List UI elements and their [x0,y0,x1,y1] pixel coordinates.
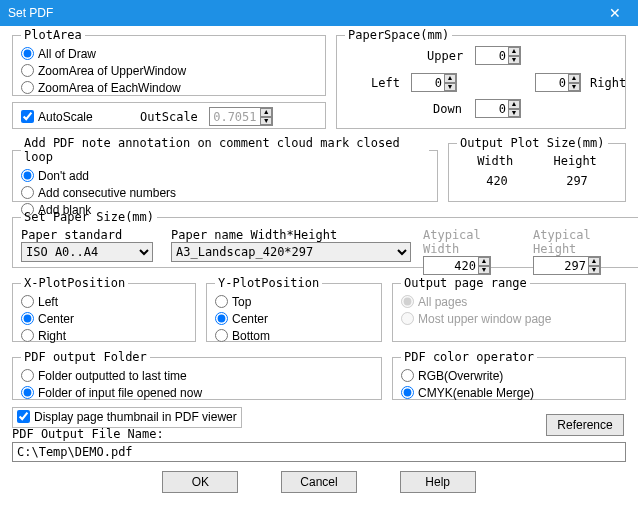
atyp-width-field[interactable]: ▲▼ [423,256,491,275]
opw-value: 420 [486,174,508,188]
ps-down-field[interactable]: ▲▼ [475,99,521,118]
ps-upper-label: Upper [427,49,463,63]
set-paper-legend: Set Paper Size(mm) [21,210,157,224]
plotarea-legend: PlotArea [21,28,85,42]
output-plot-group: Output Plot Size(mm) Width Height 420 29… [448,136,626,202]
plotarea-upper[interactable]: ZoomArea of UpperWindow [21,63,317,80]
output-file-field[interactable] [12,442,626,462]
ps-down-label: Down [433,102,462,116]
atyp-width-label: Atypical Width [423,228,523,256]
autoscale-check[interactable]: AutoScale [21,109,93,126]
oph-label: Height [554,154,597,168]
note-consec[interactable]: Add consecutive numbers [21,185,429,202]
note-anno-group: Add PDF note annotation on comment cloud… [12,136,438,202]
outscale-field[interactable]: ▲▼ [209,107,273,126]
outfolder-group: PDF output Folder Folder outputted to la… [12,350,382,400]
chevron-down-icon[interactable]: ▼ [260,117,272,126]
cancel-button[interactable]: Cancel [281,471,357,493]
atyp-height-label: Atypical Height [533,228,633,256]
opw-label: Width [477,154,513,168]
paperspace-group: PaperSpace(mm) Upper ▲▼ Left ▲▼ ▲▼ Right… [336,28,626,129]
ps-right-label: Right [590,76,626,90]
outscale-label: OutScale [140,110,198,124]
paper-name-combo[interactable]: A3_Landscap_420*297 [171,242,411,262]
xpos-legend: X-PlotPosition [21,276,128,290]
xpos-right[interactable]: Right [21,328,187,345]
pagerange-all: All pages [401,294,617,311]
paper-name-label: Paper name Width*Height [171,228,413,242]
outfolder-last[interactable]: Folder outputted to last time [21,368,373,385]
plotarea-group: PlotArea All of Draw ZoomArea of UpperWi… [12,28,326,96]
ypos-group: Y-PlotPosition Top Center Bottom [206,276,382,342]
output-plot-legend: Output Plot Size(mm) [457,136,608,150]
autoscale-group: AutoScale OutScale ▲▼ [12,102,326,129]
ps-left-field[interactable]: ▲▼ [411,73,457,92]
title-bar: Set PDF ✕ [0,0,638,26]
thumb-box: Display page thumbnail in PDF viewer [12,407,242,428]
colorop-rgb[interactable]: RGB(Overwrite) [401,368,617,385]
ypos-center[interactable]: Center [215,311,373,328]
paper-std-combo[interactable]: ISO A0..A4 [21,242,153,262]
help-button[interactable]: Help [400,471,476,493]
pagerange-group: Output page range All pages Most upper w… [392,276,626,342]
thumbnail-check[interactable]: Display page thumbnail in PDF viewer [17,409,237,426]
oph-value: 297 [566,174,588,188]
set-paper-group: Set Paper Size(mm) Paper standard ISO A0… [12,210,638,268]
colorop-group: PDF color operator RGB(Overwrite) CMYK(e… [392,350,626,400]
ps-upper-field[interactable]: ▲▼ [475,46,521,65]
outfolder-input[interactable]: Folder of input file opened now [21,385,373,402]
output-file-label: PDF Output File Name: [12,427,164,441]
pagerange-upper: Most upper window page [401,311,617,328]
xpos-center[interactable]: Center [21,311,187,328]
paperspace-legend: PaperSpace(mm) [345,28,452,42]
ypos-legend: Y-PlotPosition [215,276,322,290]
xpos-group: X-PlotPosition Left Center Right [12,276,196,342]
note-anno-legend: Add PDF note annotation on comment cloud… [21,136,429,164]
ypos-top[interactable]: Top [215,294,373,311]
reference-button[interactable]: Reference [546,414,624,436]
window-title: Set PDF [8,6,53,20]
outfolder-legend: PDF output Folder [21,350,150,364]
close-icon[interactable]: ✕ [596,0,634,26]
chevron-up-icon[interactable]: ▲ [260,108,272,117]
note-dontadd[interactable]: Don't add [21,168,429,185]
plotarea-all[interactable]: All of Draw [21,46,317,63]
plotarea-each[interactable]: ZoomArea of EachWindow [21,80,317,97]
ps-left-label: Left [371,76,400,90]
ok-button[interactable]: OK [162,471,238,493]
paper-std-label: Paper standard [21,228,161,242]
ypos-bottom[interactable]: Bottom [215,328,373,345]
xpos-left[interactable]: Left [21,294,187,311]
colorop-legend: PDF color operator [401,350,537,364]
ps-right-field[interactable]: ▲▼ [535,73,581,92]
atyp-height-field[interactable]: ▲▼ [533,256,601,275]
pagerange-legend: Output page range [401,276,530,290]
colorop-cmyk[interactable]: CMYK(enable Merge) [401,385,617,402]
